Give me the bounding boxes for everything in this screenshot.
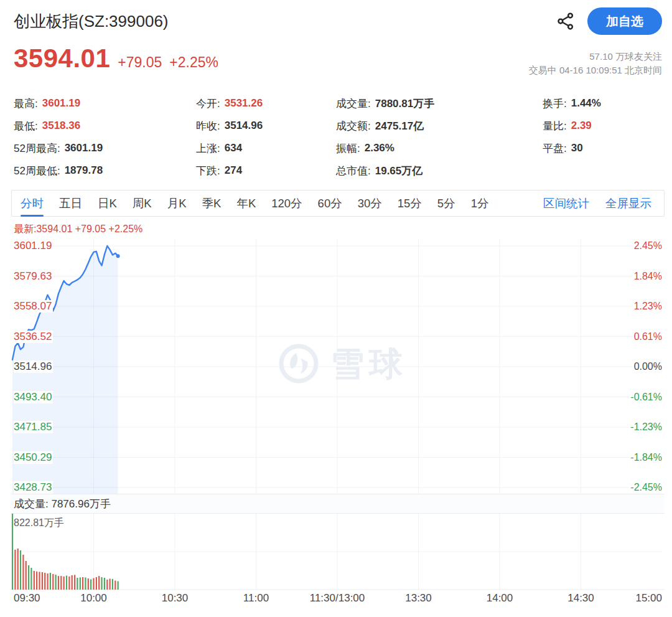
volume-bar (28, 565, 29, 590)
percent-axis-label: 1.84% (633, 270, 662, 283)
percent-axis-label: -1.23% (629, 421, 662, 433)
volume-bar (82, 577, 83, 590)
volume-bar (98, 576, 100, 590)
volume-bar (90, 580, 91, 590)
volume-bar (60, 576, 62, 590)
time-axis-label: 10:00 (57, 592, 131, 605)
volume-bar (72, 575, 73, 590)
intraday-chart[interactable] (0, 0, 672, 617)
price-axis-label: 3579.63 (14, 270, 53, 283)
price-axis-label: 3558.07 (14, 300, 53, 313)
volume-bar (68, 577, 70, 590)
volume-bar (39, 572, 40, 590)
volume-bar (104, 578, 105, 590)
volume-bar (88, 578, 89, 590)
percent-axis-label: 2.45% (633, 240, 662, 252)
percent-axis-label: -0.61% (629, 391, 662, 403)
volume-total: 成交量: 7876.96万手 (14, 497, 111, 511)
time-axis-label: 10:30 (138, 592, 212, 605)
volume-bar (20, 550, 21, 590)
volume-bar (112, 579, 113, 590)
time-axis-label: 09:30 (14, 592, 40, 605)
time-axis-label: 15:00 (635, 592, 662, 605)
time-axis-label: 14:30 (544, 592, 618, 605)
volume-bar (85, 577, 86, 590)
time-axis-label: 11:00 (219, 592, 294, 605)
quote-page: 创业板指(SZ:399006) 加自选 3594.01 +79.05 +2.25… (0, 0, 672, 617)
volume-bar (47, 573, 49, 590)
volume-bar (77, 578, 78, 590)
time-axis-label: 14:00 (462, 592, 537, 605)
volume-bar (63, 577, 65, 590)
volume-bar (66, 576, 67, 590)
percent-axis-label: 0.00% (633, 360, 662, 373)
volume-bar (22, 555, 24, 590)
price-axis-label: 3514.96 (14, 360, 53, 373)
price-axis-label: 3428.73 (14, 481, 53, 494)
volume-bar (101, 577, 102, 590)
percent-axis-label: 1.23% (633, 300, 662, 313)
volume-bar (52, 574, 54, 590)
volume-bar (96, 577, 97, 590)
volume-bar (74, 575, 75, 590)
percent-axis-label: -2.45% (629, 481, 662, 494)
volume-header: 成交量: 7876.96万手 (11, 494, 665, 514)
price-axis-label: 3471.85 (14, 421, 53, 433)
volume-bar (44, 573, 45, 590)
volume-bar (36, 572, 37, 590)
volume-bar (14, 550, 16, 590)
percent-axis-label: 0.61% (633, 331, 662, 343)
last-price-dot (116, 254, 120, 258)
price-axis-label: 3536.52 (14, 331, 53, 343)
volume-bar (26, 561, 27, 590)
time-axis-label: 11:30/13:00 (300, 592, 375, 605)
price-axis-label: 3450.29 (14, 451, 53, 464)
volume-bar (34, 571, 35, 590)
volume-bar (55, 575, 57, 590)
time-axis-label: 13:30 (381, 592, 456, 605)
volume-bar (110, 579, 111, 590)
volume-axis-max: 822.81万手 (14, 517, 64, 530)
volume-bar (58, 576, 59, 590)
volume-bar (42, 572, 43, 590)
volume-bar (114, 581, 116, 590)
price-axis-label: 3601.19 (14, 240, 53, 252)
percent-axis-label: -1.84% (629, 451, 662, 464)
volume-bar (80, 577, 81, 590)
volume-bar (30, 568, 32, 590)
volume-bar (106, 580, 108, 590)
volume-bar (93, 578, 94, 590)
volume-bar (12, 514, 13, 590)
volume-bar (118, 582, 119, 590)
volume-bar (50, 573, 51, 590)
volume-bar (17, 549, 19, 590)
price-axis-label: 3493.40 (14, 391, 53, 403)
